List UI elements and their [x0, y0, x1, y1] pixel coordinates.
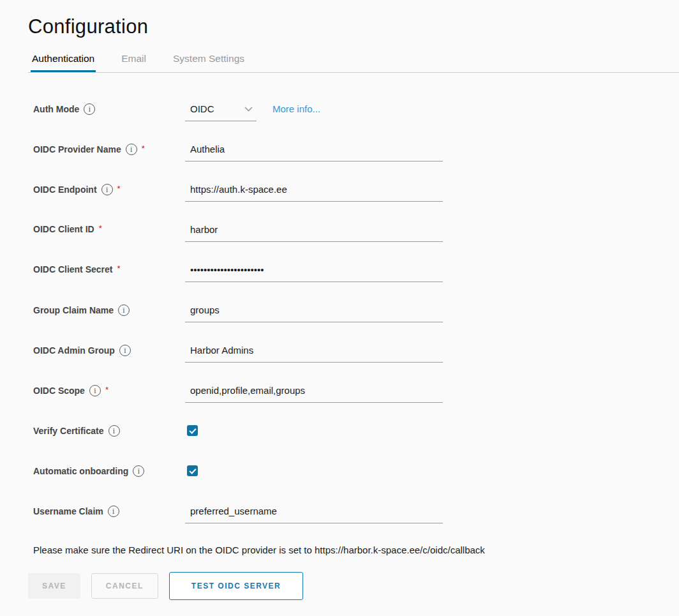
info-icon[interactable]: i — [84, 103, 95, 115]
oidc-client-id-input[interactable] — [185, 223, 443, 242]
group-claim-name-label: Group Claim Name i — [33, 303, 185, 316]
info-icon[interactable]: i — [126, 144, 137, 155]
verify-certificate-label: Verify Certificate i — [33, 424, 185, 437]
form-row-group-claim-name: Group Claim Name i — [33, 303, 679, 326]
auth-mode-label-text: Auth Mode — [33, 104, 79, 114]
field-label-text: OIDC Admin Group — [33, 345, 115, 356]
info-icon[interactable]: i — [133, 465, 144, 477]
oidc-admin-group-label: OIDC Admin Group i — [33, 343, 185, 356]
action-bar: SAVE CANCEL TEST OIDC SERVER — [28, 572, 679, 600]
form-row-auth-mode: Auth Mode i OIDC More info... — [33, 102, 679, 125]
tab-system-settings[interactable]: System Settings — [172, 50, 246, 72]
info-icon[interactable]: i — [119, 345, 131, 356]
info-icon[interactable]: i — [108, 506, 119, 517]
tab-authentication[interactable]: Authentication — [31, 50, 96, 72]
tab-bar: Authentication Email System Settings — [28, 50, 679, 73]
oidc-client-secret-label: OIDC Client Secret * — [33, 263, 185, 274]
field-label-text: Automatic onboarding — [33, 466, 128, 476]
info-icon[interactable]: i — [89, 385, 101, 396]
form-row-oidc-endpoint: OIDC Endpoint i * — [33, 183, 679, 206]
field-label-text: OIDC Client Secret — [33, 264, 112, 274]
field-label-text: Verify Certificate — [33, 426, 104, 436]
username-claim-label: Username Claim i — [33, 504, 185, 517]
oidc-scope-input[interactable] — [185, 384, 443, 403]
oidc-provider-name-label: OIDC Provider Name i * — [33, 142, 185, 155]
page-title: Configuration — [28, 15, 679, 38]
field-label-text: OIDC Provider Name — [33, 144, 121, 154]
form-row-verify-certificate: Verify Certificate i — [33, 424, 679, 447]
verify-certificate-checkbox[interactable] — [187, 425, 198, 436]
auth-mode-control: OIDC More info... — [185, 102, 320, 121]
required-asterisk: * — [142, 144, 145, 153]
cancel-button[interactable]: CANCEL — [91, 573, 158, 599]
required-asterisk: * — [117, 184, 121, 193]
form-row-oidc-client-secret: OIDC Client Secret * — [33, 263, 679, 286]
form-row-automatic-onboarding: Automatic onboarding i — [33, 464, 679, 487]
required-asterisk: * — [99, 223, 102, 233]
oidc-client-id-label: OIDC Client ID * — [33, 223, 185, 234]
oidc-client-secret-input[interactable] — [185, 263, 443, 282]
oidc-endpoint-input[interactable] — [185, 183, 443, 202]
test-oidc-server-button[interactable]: TEST OIDC SERVER — [169, 572, 303, 600]
required-asterisk: * — [117, 264, 120, 273]
configuration-page: Configuration Authentication Email Syste… — [0, 0, 679, 600]
form-row-username-claim: Username Claim i — [33, 504, 679, 527]
form-row-oidc-admin-group: OIDC Admin Group i — [33, 343, 679, 366]
group-claim-name-input[interactable] — [185, 303, 443, 322]
tab-email[interactable]: Email — [120, 50, 147, 72]
oidc-scope-label: OIDC Scope i * — [33, 384, 185, 396]
oidc-provider-name-input[interactable] — [185, 142, 443, 162]
info-icon[interactable]: i — [118, 304, 130, 316]
required-asterisk: * — [105, 385, 108, 394]
field-label-text: Group Claim Name — [33, 305, 114, 315]
username-claim-input[interactable] — [185, 504, 443, 523]
field-label-text: OIDC Scope — [33, 386, 85, 396]
auth-mode-selected-value: OIDC — [190, 103, 214, 114]
auth-mode-select[interactable]: OIDC — [185, 102, 257, 121]
chevron-down-icon — [244, 107, 253, 112]
form-row-oidc-client-id: OIDC Client ID * — [33, 223, 679, 246]
field-label-text: OIDC Endpoint — [33, 184, 97, 195]
form-row-oidc-scope: OIDC Scope i * — [33, 384, 679, 407]
form-row-oidc-provider-name: OIDC Provider Name i * — [33, 142, 679, 165]
auth-config-form: Auth Mode i OIDC More info... OIDC Provi… — [33, 102, 679, 527]
auth-mode-label: Auth Mode i — [33, 102, 185, 115]
oidc-endpoint-label: OIDC Endpoint i * — [33, 183, 185, 195]
automatic-onboarding-label: Automatic onboarding i — [33, 464, 185, 477]
info-icon[interactable]: i — [108, 425, 120, 437]
more-info-link[interactable]: More info... — [272, 102, 320, 114]
oidc-admin-group-input[interactable] — [185, 343, 443, 363]
redirect-uri-note: Please make sure the Redirect URI on the… — [33, 545, 679, 555]
field-label-text: Username Claim — [33, 506, 103, 516]
save-button[interactable]: SAVE — [28, 573, 80, 599]
automatic-onboarding-checkbox[interactable] — [187, 465, 198, 476]
field-label-text: OIDC Client ID — [33, 224, 94, 234]
info-icon[interactable]: i — [101, 184, 113, 195]
